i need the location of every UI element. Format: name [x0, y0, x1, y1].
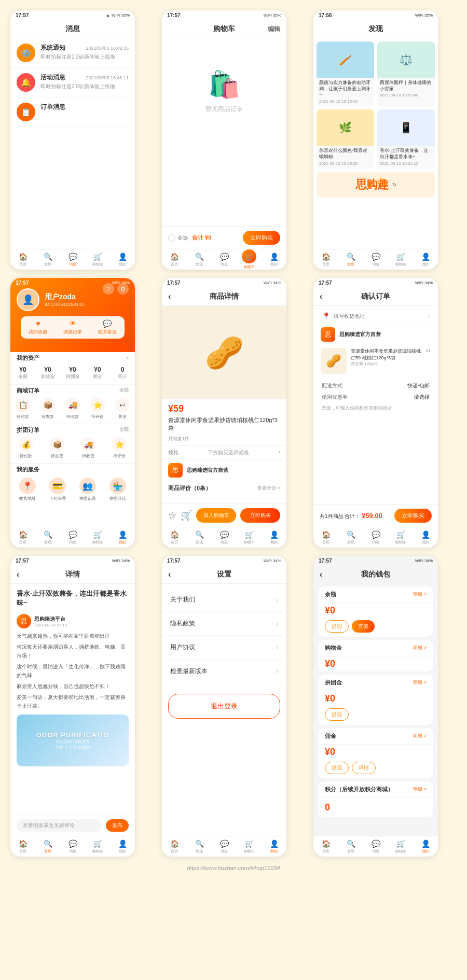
nav-profile-set[interactable]: 👤我的 — [262, 836, 286, 857]
group-pending-pay[interactable]: 💰 待付款 — [10, 437, 42, 459]
nav-cart-set[interactable]: 🛒购物车 — [237, 836, 262, 857]
cart-select-all[interactable]: 全选 — [168, 234, 188, 242]
quick-link-service[interactable]: 💬 联系客服 — [90, 319, 125, 335]
group-pending-ship[interactable]: 📦 待发货 — [42, 437, 73, 459]
nav-home-p[interactable]: 🏠首页 — [10, 527, 35, 548]
commission-detail-btn[interactable]: 详情 — [352, 762, 376, 774]
group-withdraw-btn[interactable]: 提现 — [325, 708, 349, 721]
group-pending-receive[interactable]: 🚚 待收货 — [73, 437, 104, 459]
settings-update[interactable]: 检查最新版本 › — [162, 660, 286, 683]
nav-discover-prod[interactable]: 🔍发现 — [187, 527, 212, 548]
cart-edit[interactable]: 编辑 — [268, 25, 280, 34]
nav-profile-oc[interactable]: 👤我的 — [413, 527, 438, 548]
nav-cart-art[interactable]: 🛒购物车 — [85, 836, 110, 857]
balance-detail[interactable]: 明细 > — [413, 591, 427, 598]
nav-messages-w[interactable]: 💬消息 — [363, 836, 388, 857]
nav-messages-prod[interactable]: 💬消息 — [212, 527, 237, 548]
quick-link-history[interactable]: 👁 浏览记录 — [56, 319, 90, 335]
comment-input[interactable]: 友善的发表意见跟评论 — [17, 819, 102, 832]
commission-withdraw-btn[interactable]: 提现 — [325, 762, 349, 774]
nav-discover-p[interactable]: 🔍发现 — [35, 527, 60, 548]
nav-messages-art[interactable]: 💬消息 — [60, 836, 85, 857]
nav-home-d[interactable]: 🏠首页 — [313, 249, 338, 270]
nav-discover-cart[interactable]: 🔍发现 — [187, 249, 212, 270]
order-pending-pay[interactable]: 📋 待付款 — [10, 398, 35, 419]
discover-card-2[interactable]: ⚖️ 西屋体脂秤｜身体健康的小管家 2021-08-10 10:53:48 — [377, 41, 435, 106]
discover-card-4[interactable]: 📱 香水·止汗双效兼备，连出汗都是香水味~ 2021-08-10 10:21:1… — [377, 109, 435, 169]
nav-profile[interactable]: 👤我的 — [110, 249, 135, 270]
nav-discover[interactable]: 🔍发现 — [35, 249, 60, 270]
nav-cart-p[interactable]: 🛒购物车 — [85, 527, 110, 548]
nav-home-art[interactable]: 🏠首页 — [10, 836, 35, 857]
select-all-checkbox[interactable] — [168, 234, 175, 242]
nav-home-oc[interactable]: 🏠首页 — [313, 527, 338, 548]
points-detail[interactable]: 明细 > — [413, 786, 427, 793]
discover-card-3[interactable]: 🌿 你喜欢什么颜色-我喜欢螺蛳粉 2021-08-10 10:29:33 — [317, 109, 374, 169]
settings-about[interactable]: 关于我们 › — [162, 588, 286, 612]
nav-discover-active[interactable]: 🔍发现 — [338, 249, 363, 270]
order-refund[interactable]: ↩ 售后 — [110, 398, 135, 419]
msg-order[interactable]: 📋 订单消息 — [10, 97, 135, 127]
product-back[interactable]: ‹ — [168, 292, 171, 301]
nav-profile-cart[interactable]: 👤我的 — [262, 249, 286, 270]
wishlist-icon[interactable]: ☆ — [168, 510, 176, 521]
nav-home[interactable]: 🏠首页 — [10, 249, 35, 270]
nav-cart-active[interactable]: 🛒购物车 — [237, 249, 262, 270]
article-back[interactable]: ‹ — [17, 570, 19, 579]
product-spec[interactable]: 规格 下方购买选择规格 › — [162, 445, 286, 459]
order-pending-receive[interactable]: 🚚 待收货 — [60, 398, 85, 419]
nav-cart-prod[interactable]: 🛒购物车 — [237, 527, 262, 548]
withdraw-btn[interactable]: 提现 — [325, 620, 349, 633]
review-more[interactable]: 查看全部 > — [257, 485, 280, 492]
group-pending-review[interactable]: ⭐ 待评价 — [104, 437, 135, 459]
quick-link-favorites[interactable]: ♥ 我的收藏 — [21, 319, 56, 335]
nav-messages-set[interactable]: 💬消息 — [212, 836, 237, 857]
nav-profile-prod[interactable]: 👤我的 — [262, 527, 286, 548]
nav-messages[interactable]: 💬消息 — [60, 249, 85, 270]
msg-system[interactable]: ⚙️ 系统通知 2021/06/03 16:46:35 即时拍标注逛2.0崭新体… — [10, 38, 135, 68]
nav-cart-oc[interactable]: 🛒购物车 — [388, 527, 413, 548]
publish-button[interactable]: 发布 — [106, 819, 129, 832]
order-pending-review[interactable]: ⭐ 待评价 — [85, 398, 110, 419]
nav-messages-cart[interactable]: 💬消息 — [212, 249, 237, 270]
nav-home-w[interactable]: 🏠首页 — [313, 836, 338, 857]
service-card[interactable]: 💳 卡包管理 — [45, 478, 71, 501]
nav-cart-w[interactable]: 🛒购物车 — [388, 836, 413, 857]
settings-privacy[interactable]: 隐私政策 › — [162, 612, 286, 636]
nav-cart-d[interactable]: 🛒购物车 — [388, 249, 413, 270]
settings-back[interactable]: ‹ — [168, 570, 171, 579]
service-shop[interactable]: 🏪 拼团开店 — [105, 478, 131, 501]
nav-messages-oc[interactable]: 💬消息 — [363, 527, 388, 548]
shop-row[interactable]: 思 思购臻选官方自营 — [162, 459, 286, 481]
nav-profile-art[interactable]: 👤我的 — [110, 836, 135, 857]
cart-footer-icon[interactable]: 🛒 — [181, 510, 192, 521]
nav-profile-w[interactable]: 👤我的 — [413, 836, 438, 857]
order-pending-ship[interactable]: 📦 待发货 — [35, 398, 60, 419]
discover-card-1[interactable]: 🪥 颜值与实力兼备的电动牙刷，让孩子们居爱上刷牙~ 2021-08-10 15:… — [317, 41, 374, 106]
commission-detail[interactable]: 明细 > — [413, 733, 427, 739]
cart-buy-button[interactable]: 立即购买 — [243, 231, 280, 245]
logout-button[interactable]: 退出登录 — [168, 694, 280, 719]
shopping-detail[interactable]: 明细 > — [413, 645, 427, 651]
buy-now-button[interactable]: 立即购买 — [240, 508, 280, 523]
nav-discover-w[interactable]: 🔍发现 — [338, 836, 363, 857]
coupon-row[interactable]: 使用优惠券 请选择 — [317, 391, 435, 403]
settings-terms[interactable]: 用户协议 › — [162, 636, 286, 660]
service-group[interactable]: 👥 拼团记录 — [75, 478, 101, 501]
nav-profile-active[interactable]: 👤我的 — [110, 527, 135, 548]
address-row[interactable]: 📍 填写收货地址 › — [317, 309, 435, 324]
nav-home-prod[interactable]: 🏠首页 — [162, 527, 187, 548]
nav-home-cart[interactable]: 🏠首页 — [162, 249, 187, 270]
group-detail[interactable]: 明细 > — [413, 679, 427, 686]
topup-btn[interactable]: 充值 — [352, 620, 375, 633]
nav-cart[interactable]: 🛒购物车 — [85, 249, 110, 270]
add-cart-button[interactable]: 加入购物车 — [196, 508, 236, 523]
wallet-back[interactable]: ‹ — [320, 570, 322, 579]
nav-discover-set[interactable]: 🔍发现 — [187, 836, 212, 857]
nav-home-set[interactable]: 🏠首页 — [162, 836, 187, 857]
nav-profile-d[interactable]: 👤我的 — [413, 249, 438, 270]
order-buy-button[interactable]: 立即购买 — [394, 509, 432, 523]
msg-activity[interactable]: 🔔 活动消息 2021/06/03 16:46:11 即时拍标注逛2.0崭新体验… — [10, 68, 135, 97]
nav-discover-oc[interactable]: 🔍发现 — [338, 527, 363, 548]
nav-messages-p[interactable]: 💬消息 — [60, 527, 85, 548]
